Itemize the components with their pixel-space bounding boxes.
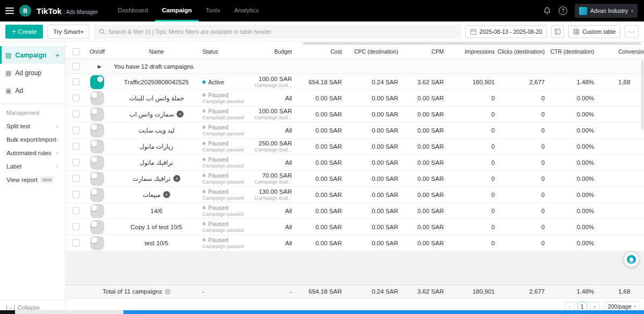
campaign-row[interactable]: test 10/5 + Paused Campaign paused All 0… (65, 235, 644, 251)
campaign-row[interactable]: ليد ويب سايت + Paused Campaign paused Al… (65, 122, 644, 138)
campaign-row[interactable]: مبيعات + Paused Campaign paused 130.00 S… (65, 187, 644, 203)
sidebar-item-ad-group[interactable]: ▦Ad group (0, 64, 65, 82)
brand-suffix: : Ads Manager (63, 9, 98, 15)
campaign-name[interactable]: 14/6 (150, 208, 162, 214)
date-range-button[interactable]: 2025-08-13 - 2025-08-20 (465, 25, 547, 38)
tiktok-ads-manager-window: B TikTok : Ads Manager DashboardCampaign… (0, 0, 644, 314)
row-checkbox[interactable] (72, 127, 79, 134)
nav-tools[interactable]: Tools (199, 0, 227, 21)
campaign-row[interactable]: زيارات مانول + Paused Campaign paused 25… (65, 138, 644, 155)
column-header-cost[interactable]: Cost (295, 45, 345, 59)
column-header-impressions[interactable]: Impressions (447, 45, 497, 59)
campaign-on-off-toggle[interactable] (90, 107, 104, 121)
column-header-cpm[interactable]: CPM (401, 45, 447, 59)
column-header-budget[interactable]: Budget (253, 45, 295, 59)
campaign-row[interactable]: سمارت واتس اب + Paused Campaign paused 1… (65, 106, 644, 122)
row-checkbox[interactable] (72, 78, 79, 85)
nav-analytics[interactable]: Analytics (227, 0, 266, 21)
cpc-cell: 0.24 SAR (345, 74, 401, 90)
campaign-on-off-toggle[interactable] (90, 156, 104, 170)
draft-campaigns-row[interactable]: ▶ You have 12 draft campaigns (65, 59, 644, 74)
campaign-on-off-toggle[interactable] (90, 91, 104, 105)
create-button[interactable]: + Create (5, 25, 43, 39)
campaign-name[interactable]: test 10/5 (144, 240, 168, 246)
notification-bell-icon[interactable] (543, 6, 551, 15)
search-input[interactable] (108, 28, 456, 35)
brand-logo[interactable]: TikTok : Ads Manager (36, 6, 98, 16)
select-all-checkbox[interactable] (72, 48, 79, 55)
info-icon[interactable]: i (165, 289, 171, 295)
campaign-name[interactable]: ترافيك مانول (140, 159, 173, 166)
search-box[interactable] (94, 25, 461, 39)
sidebar-item-split-test[interactable]: Split test› (0, 119, 65, 133)
row-checkbox[interactable] (72, 94, 79, 101)
campaign-name[interactable]: Copy 1 of test 10/5 (130, 224, 182, 230)
user-avatar[interactable]: B (19, 5, 31, 17)
column-header-status[interactable]: Status (202, 45, 253, 59)
sidebar-item-ad[interactable]: ▣Ad (0, 82, 65, 99)
draft-checkbox[interactable] (72, 63, 79, 70)
row-checkbox[interactable] (72, 207, 79, 214)
prev-page-button[interactable]: ‹ (565, 302, 575, 311)
row-checkbox[interactable] (72, 239, 79, 246)
campaign-on-off-toggle[interactable] (90, 220, 104, 234)
campaign-row[interactable]: حملة واتس اب للبنات + Paused Campaign pa… (65, 90, 644, 106)
custom-table-button[interactable]: Custom table (568, 25, 620, 38)
date-panel-toggle-button[interactable] (551, 25, 564, 38)
ctr-cell: 0.00% (547, 235, 597, 251)
campaign-name[interactable]: حملة واتس اب للبنات (129, 94, 184, 102)
next-page-button[interactable]: › (590, 302, 599, 311)
budget-cell: All (253, 155, 295, 170)
campaign-row[interactable]: ترافيك مانول + Paused Campaign paused Al… (65, 155, 644, 171)
campaign-row[interactable]: Copy 1 of test 10/5 + Paused Campaign pa… (65, 219, 644, 235)
campaign-name[interactable]: سمارت واتس اب (129, 111, 174, 118)
more-options-button[interactable]: ··· (625, 25, 639, 38)
campaign-row[interactable]: Traffic20250808042525 + Active 100.00 SA… (65, 74, 644, 90)
sidebar-item-view-report[interactable]: View report New (0, 173, 65, 186)
campaign-row[interactable]: ترافيك سمارت + Paused Campaign paused 70… (65, 171, 644, 187)
current-page-button[interactable]: 1 (577, 302, 587, 311)
row-checkbox[interactable] (72, 159, 79, 166)
row-checkbox[interactable] (72, 111, 79, 118)
column-header-clicks-destination[interactable]: Clicks (destination) (497, 45, 547, 59)
nav-campaign[interactable]: Campaign (155, 0, 199, 21)
try-smart-button[interactable]: Try Smart+ (47, 25, 90, 39)
campaign-on-off-toggle[interactable] (90, 236, 104, 250)
row-checkbox[interactable] (72, 191, 79, 198)
campaign-name[interactable]: مبيعات (143, 191, 160, 199)
add-campaign-icon[interactable]: + (55, 51, 60, 60)
sidebar-item-label[interactable]: Label› (0, 159, 65, 173)
campaign-on-off-toggle[interactable] (90, 204, 104, 218)
expand-caret-icon[interactable]: ▶ (93, 64, 101, 69)
campaign-row[interactable]: 14/6 + Paused Campaign paused All 0.00 S… (65, 203, 644, 219)
horizontal-scrollbar[interactable] (65, 42, 644, 45)
scrollbar-thumb[interactable] (303, 42, 641, 45)
column-header-on-off[interactable]: On/off (80, 45, 114, 59)
campaign-on-off-toggle[interactable] (90, 123, 104, 137)
column-header-cpc-destination[interactable]: CPC (destination) (345, 45, 401, 59)
sidebar-item-automated-rules[interactable]: Automated rules› (0, 146, 65, 159)
campaign-on-off-toggle[interactable] (90, 188, 104, 202)
vertical-scrollbar[interactable] (641, 60, 643, 130)
column-header-ctr-destination[interactable]: CTR (destination) (547, 45, 597, 59)
sidebar-item-campaign[interactable]: ▤Campaign+ (0, 46, 65, 64)
column-header-name[interactable]: Name (114, 45, 202, 59)
floating-assistant-button[interactable] (624, 252, 639, 267)
campaign-name[interactable]: زيارات مانول (140, 143, 173, 150)
campaign-name[interactable]: ترافيك سمارت (133, 175, 171, 182)
account-switcher[interactable]: Advan Industry ▾ (575, 4, 638, 18)
nav-dashboard[interactable]: Dashboard (111, 0, 155, 21)
campaign-on-off-toggle[interactable] (90, 172, 104, 186)
campaign-on-off-toggle[interactable] (90, 75, 104, 89)
campaign-name[interactable]: Traffic20250808042525 (124, 79, 189, 85)
column-header-conversion[interactable]: Conversion (597, 45, 644, 59)
menu-icon[interactable] (5, 8, 14, 14)
account-avatar (579, 7, 587, 15)
campaign-name[interactable]: ليد ويب سايت (138, 127, 174, 134)
campaign-on-off-toggle[interactable] (90, 140, 104, 154)
row-checkbox[interactable] (72, 175, 79, 182)
sidebar-item-bulk-export-import[interactable]: Bulk export/import› (0, 133, 65, 146)
row-checkbox[interactable] (72, 223, 79, 230)
help-icon[interactable]: ? (559, 6, 567, 15)
row-checkbox[interactable] (72, 143, 79, 150)
